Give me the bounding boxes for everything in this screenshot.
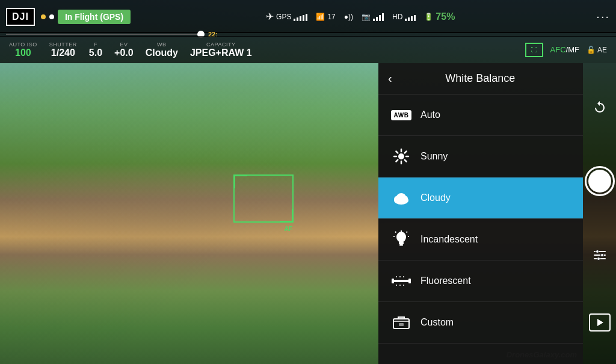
- right-sidebar: [583, 63, 616, 364]
- svg-rect-15: [399, 244, 403, 246]
- wb-option-fluorescent[interactable]: Fluorescent: [378, 261, 583, 302]
- af-focus-box: AF: [233, 174, 294, 223]
- wifi-group: 📶 17: [316, 13, 335, 21]
- wb-options-list: AWB Auto Sunny: [378, 94, 583, 344]
- format-label: CAPACITY: [206, 42, 235, 48]
- wb-option-custom[interactable]: Custom: [378, 302, 583, 344]
- battery-group: 🔋 75%: [424, 11, 455, 22]
- focus-mode-toggle[interactable]: AFC/MF: [550, 45, 579, 54]
- shutter-label: SHUTTER: [49, 42, 77, 48]
- aperture-label: F: [94, 42, 97, 48]
- iso-setting[interactable]: Auto ISO 100: [9, 42, 37, 58]
- battery-icon: 🔋: [424, 13, 433, 21]
- shutter-setting[interactable]: SHUTTER 1/240: [49, 42, 77, 58]
- afc-label: AFC: [550, 45, 566, 54]
- shutter-button[interactable]: [585, 166, 615, 196]
- wb-fluorescent-label: Fluorescent: [420, 276, 471, 286]
- camera-icon: 📷: [362, 13, 371, 21]
- playback-button[interactable]: [589, 313, 611, 332]
- top-center-info: ✈ GPS 📶 17 ●)) 📷: [266, 11, 455, 22]
- wb-auto-label: Auto: [420, 110, 440, 120]
- wb-incandescent-label: Incandescent: [420, 234, 478, 245]
- antenna-group: ●)): [344, 13, 353, 21]
- wb-custom-label: Custom: [420, 317, 454, 328]
- wb-back-button[interactable]: ‹: [388, 72, 392, 85]
- wifi-signal: 17: [327, 13, 335, 21]
- svg-point-34: [596, 250, 599, 253]
- svg-line-19: [395, 232, 396, 233]
- top-status-bar: DJI In Flight (GPS) ✈ GPS 📶 17 ●)): [0, 0, 616, 33]
- drone-icon: ✈: [266, 11, 274, 22]
- aperture-setting[interactable]: F 5.0: [89, 42, 102, 58]
- wb-setting[interactable]: WB Cloudy: [146, 42, 178, 58]
- lock-icon: 🔓: [587, 46, 596, 54]
- svg-point-0: [398, 153, 404, 159]
- flight-status-label: In Flight (GPS): [58, 10, 131, 24]
- iso-label: Auto ISO: [9, 42, 37, 48]
- wb-label: WB: [157, 42, 167, 48]
- ev-label: EV: [120, 42, 128, 48]
- wb-incandescent-icon: [390, 229, 412, 250]
- wb-fluorescent-icon: [390, 270, 412, 292]
- gps-signal-bars: [294, 13, 307, 21]
- svg-line-8: [396, 160, 398, 162]
- battery-percent: 75%: [436, 11, 455, 22]
- wb-cloudy-label: Cloudy: [420, 193, 451, 203]
- ae-label-text: AE: [597, 46, 607, 54]
- hd-group: HD: [392, 13, 416, 21]
- svg-rect-21: [393, 280, 410, 282]
- wb-panel-title: White Balance: [399, 72, 573, 85]
- camera-settings-bar: Auto ISO 100 SHUTTER 1/240 F 5.0 EV +0.0…: [0, 36, 616, 63]
- camera-group: 📷: [362, 13, 384, 21]
- frame-icon[interactable]: ⛶: [525, 43, 543, 57]
- frame-corners-icon: ⛶: [531, 46, 537, 53]
- wb-value: Cloudy: [146, 48, 178, 58]
- gimbal-reset-button[interactable]: [588, 96, 612, 120]
- svg-line-6: [405, 160, 407, 162]
- svg-marker-39: [597, 319, 603, 326]
- wb-option-auto[interactable]: AWB Auto: [378, 94, 583, 136]
- progress-track: [6, 34, 205, 35]
- svg-point-36: [600, 253, 603, 256]
- hd-signal: [405, 13, 416, 21]
- ev-setting[interactable]: EV +0.0: [114, 42, 134, 58]
- white-balance-panel: ‹ White Balance AWB Auto: [378, 63, 583, 364]
- ae-lock-button[interactable]: 🔓 AE: [587, 46, 607, 54]
- svg-line-5: [396, 152, 398, 153]
- svg-point-13: [396, 232, 406, 242]
- cam-bar-right-controls: ⛶ AFC/MF 🔓 AE: [525, 43, 607, 57]
- signal-dot-white: [49, 14, 54, 19]
- signal-dot-yellow: [41, 14, 46, 19]
- overflow-menu-button[interactable]: ···: [596, 10, 610, 23]
- mf-label: MF: [568, 45, 579, 54]
- svg-rect-14: [399, 242, 404, 244]
- awb-badge: AWB: [391, 110, 412, 120]
- antenna-icon: ●)): [344, 13, 353, 21]
- iso-value: 100: [15, 48, 31, 58]
- hd-label: HD: [392, 13, 402, 21]
- wb-auto-icon: AWB: [390, 104, 412, 126]
- svg-rect-23: [408, 279, 411, 283]
- svg-line-7: [405, 152, 407, 153]
- aperture-value: 5.0: [89, 48, 102, 58]
- format-value: JPEG+RAW 1: [190, 48, 252, 58]
- svg-rect-32: [399, 323, 404, 326]
- flight-status-group: In Flight (GPS): [41, 10, 131, 24]
- wb-option-incandescent[interactable]: Incandescent: [378, 219, 583, 261]
- wb-custom-icon: [390, 312, 412, 333]
- wb-option-cloudy[interactable]: Cloudy: [378, 177, 583, 219]
- ev-value: +0.0: [114, 48, 134, 58]
- camera-settings-button[interactable]: [588, 243, 612, 267]
- camera-signal: [373, 13, 384, 21]
- wb-cloudy-icon: [390, 187, 412, 209]
- svg-point-12: [396, 193, 406, 202]
- svg-line-20: [407, 232, 408, 233]
- gps-label: GPS: [276, 13, 291, 21]
- wifi-icon: 📶: [316, 13, 325, 21]
- svg-point-38: [597, 257, 600, 260]
- dji-logo: DJI: [6, 8, 35, 26]
- wb-option-sunny[interactable]: Sunny: [378, 136, 583, 177]
- wb-panel-header: ‹ White Balance: [378, 63, 583, 94]
- af-indicator-label: AF: [285, 226, 292, 232]
- format-setting[interactable]: CAPACITY JPEG+RAW 1: [190, 42, 252, 58]
